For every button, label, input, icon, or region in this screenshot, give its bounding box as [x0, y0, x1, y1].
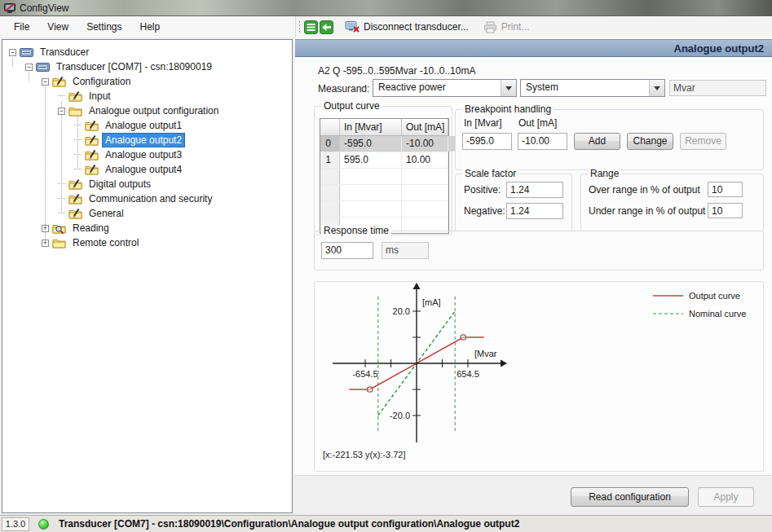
tree-item-7[interactable]: Analogue output3: [2, 147, 292, 162]
tree-item-label: Digital outputs: [86, 177, 154, 191]
tree-expander-collapse-icon[interactable]: −: [9, 49, 16, 56]
response-time-unit-field: ms: [382, 242, 429, 259]
configuration-panel: Analogue output2 A2 Q -595..0..595Mvar -…: [295, 37, 772, 515]
output-curve-chart[interactable]: -654.5654.520.0-20.0 [mA] [Mvar Output c…: [314, 281, 764, 472]
tree-connector: [58, 183, 65, 185]
tree-item-6[interactable]: Analogue output2: [2, 133, 292, 147]
table-empty-row: [320, 185, 448, 201]
tree-expander-expand-icon[interactable]: +: [42, 225, 49, 232]
under-range-input[interactable]: 10: [708, 203, 743, 218]
system-select[interactable]: System: [520, 79, 665, 97]
over-range-label: Over range in % of output: [589, 184, 700, 196]
range-group-label: Range: [588, 168, 621, 179]
chevron-down-icon: [505, 86, 512, 94]
cell-out[interactable]: 10.00: [402, 152, 448, 168]
folder-icon: [68, 105, 82, 117]
tree-item-2[interactable]: −Configuration: [2, 74, 292, 89]
tree-connector: [58, 95, 65, 97]
response-time-input[interactable]: 300: [321, 242, 373, 259]
measurand-select[interactable]: Reactive power: [373, 79, 517, 97]
config-page-icon: [68, 193, 82, 205]
disconnect-transducer-icon: [345, 20, 360, 33]
action-button-bar: Read configuration Apply: [295, 475, 772, 515]
row-header[interactable]: 0: [320, 136, 340, 152]
measurand-select-arrow: [501, 80, 516, 96]
config-page-icon: [68, 208, 82, 220]
read-configuration-button[interactable]: Read configuration: [571, 487, 689, 507]
config-page-icon: [68, 178, 82, 191]
tree-item-label: Transducer: [37, 45, 92, 59]
main-area: −Transducer−Transducer [COM7] - csn:1809…: [0, 37, 772, 515]
tree-expander-collapse-icon[interactable]: −: [25, 64, 33, 71]
table-col-in[interactable]: In [Mvar]: [340, 119, 402, 135]
print-icon: [483, 21, 497, 33]
tree-item-13[interactable]: +Remote control: [2, 235, 292, 250]
cell-in[interactable]: -595.0: [340, 136, 402, 152]
tree-item-11[interactable]: General: [2, 206, 292, 221]
config-area: A2 Q -595..0..595Mvar -10..0..10mA Measu…: [295, 59, 772, 475]
cell-out[interactable]: -10.00: [402, 136, 448, 152]
y-axis-arrow: [413, 283, 421, 289]
table-empty-row: [320, 201, 448, 218]
menu-settings[interactable]: Settings: [77, 18, 130, 36]
y-tick-label: 20.0: [393, 306, 410, 316]
tree-expander-expand-icon[interactable]: +: [42, 240, 49, 247]
config-page-icon: [52, 76, 66, 88]
version-badge: 1.3.0: [2, 517, 29, 531]
table-row[interactable]: 1 595.0 10.00: [320, 152, 448, 169]
disconnect-transducer-button[interactable]: Disconnect transducer...: [340, 18, 474, 36]
tree-connector: [74, 169, 82, 170]
tree-item-5[interactable]: Analogue output1: [2, 118, 292, 133]
tree-connector: [74, 154, 82, 156]
menu-view[interactable]: View: [38, 18, 77, 36]
measurand-select-value: Reactive power: [373, 80, 501, 96]
breakpoint-in-input[interactable]: -595.0: [462, 133, 512, 150]
config-page-icon: [85, 134, 99, 147]
tree-item-3[interactable]: Input: [2, 89, 292, 103]
tree-item-label: Configuration: [69, 74, 134, 89]
navigation-tree-panel: −Transducer−Transducer [COM7] - csn:1809…: [2, 39, 293, 513]
config-page-icon: [85, 164, 99, 176]
chevron-down-icon: [654, 86, 660, 94]
x-tick-label: 654.5: [457, 369, 479, 379]
tree-expander-collapse-icon[interactable]: −: [58, 108, 65, 115]
curve-list-icon[interactable]: [304, 20, 318, 34]
curve-plot[interactable]: -654.5654.520.0-20.0 [mA] [Mvar Output c…: [315, 282, 761, 469]
add-button[interactable]: Add: [574, 133, 620, 150]
remove-button: Remove: [680, 133, 726, 150]
legend-nominal-curve-label: Nominal curve: [689, 309, 746, 319]
legend-output-curve-label: Output curve: [689, 291, 740, 301]
tree-item-9[interactable]: Digital outputs: [2, 177, 292, 191]
toolbar-grip-handle[interactable]: [298, 20, 301, 33]
tree-expander-collapse-icon[interactable]: −: [42, 78, 49, 86]
tree-item-label: Analogue output2: [102, 133, 185, 147]
change-button[interactable]: Change: [627, 133, 673, 150]
tree-item-1[interactable]: −Transducer [COM7] - csn:18090019: [2, 59, 292, 74]
tree-item-label: Analogue output3: [102, 147, 185, 162]
breakpoint-out-input[interactable]: -10.00: [518, 133, 567, 150]
over-range-input[interactable]: 10: [708, 182, 743, 197]
menu-file[interactable]: File: [5, 18, 38, 36]
positive-scale-input[interactable]: 1.24: [506, 182, 563, 198]
tree-item-4[interactable]: −Analogue output configuration: [2, 103, 292, 118]
y-tick-label: -20.0: [390, 411, 410, 420]
menu-help[interactable]: Help: [131, 18, 170, 36]
output-curve-group: Output curve In [Mvar] Out [mA] 0 -595.0…: [314, 106, 452, 235]
config-page-icon: [85, 120, 99, 132]
tree-item-8[interactable]: Analogue output4: [2, 162, 292, 177]
negative-scale-input[interactable]: 1.24: [506, 203, 563, 219]
table-col-out[interactable]: Out [mA]: [402, 119, 448, 135]
tree-item-12[interactable]: +Reading: [2, 221, 292, 235]
system-select-arrow: [649, 80, 664, 96]
table-row[interactable]: 0 -595.0 -10.00: [320, 136, 448, 152]
measurand-label: Measurand:: [318, 83, 369, 95]
tree-item-0[interactable]: −Transducer: [2, 45, 292, 59]
tree-item-10[interactable]: Communication and security: [2, 191, 292, 206]
back-arrow-icon[interactable]: [320, 20, 333, 34]
navigation-tree: −Transducer−Transducer [COM7] - csn:1809…: [2, 40, 292, 250]
disconnect-transducer-label: Disconnect transducer...: [364, 21, 469, 33]
x-axis-title: [Mvar: [474, 349, 497, 358]
row-header[interactable]: 1: [320, 152, 340, 168]
cell-in[interactable]: 595.0: [340, 152, 402, 168]
app-icon: [4, 2, 15, 14]
